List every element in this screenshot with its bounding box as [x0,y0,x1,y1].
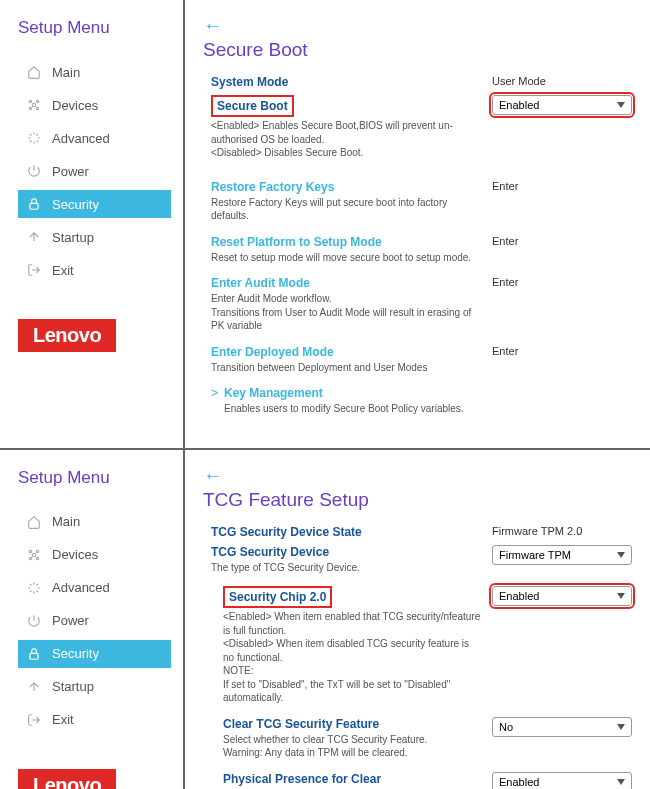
security-chip-desc: <Enabled> When item enabled that TCG sec… [223,610,482,705]
sidebar-item-advanced[interactable]: Advanced [18,124,171,152]
sidebar-item-label: Main [52,65,80,80]
startup-icon [26,229,42,245]
reset-platform-link[interactable]: Reset Platform to Setup Mode [211,235,482,249]
reset-platform-action: Enter [492,235,632,247]
sidebar-title: Setup Menu [18,18,171,38]
physical-presence-select[interactable]: Enabled [492,772,632,790]
exit-icon [26,712,42,728]
svg-point-4 [36,107,38,109]
sidebar-item-power[interactable]: Power [18,607,171,635]
key-management-desc: Enables users to modify Secure Boot Poli… [224,402,464,416]
page-title: Secure Boot [203,39,632,61]
panel-secure-boot: Setup Menu Main Devices Advanced Power S… [0,0,650,450]
sidebar-item-label: Advanced [52,131,110,146]
security-icon [26,646,42,662]
secure-boot-select[interactable]: Enabled [492,95,632,115]
svg-point-6 [32,553,36,557]
devices-icon [26,97,42,113]
security-icon [26,196,42,212]
sidebar-item-main[interactable]: Main [18,58,171,86]
sidebar-item-label: Power [52,613,89,628]
sidebar-item-security[interactable]: Security [18,190,171,218]
deployed-mode-action: Enter [492,345,632,357]
svg-point-8 [36,550,38,552]
sidebar-item-exit[interactable]: Exit [18,706,171,734]
home-icon [26,514,42,530]
panel-tcg: Setup Menu Main Devices Advanced Power S… [0,450,650,790]
brand-logo: Lenovo [18,769,116,790]
sidebar-item-label: Advanced [52,580,110,595]
restore-keys-action: Enter [492,180,632,192]
system-mode-value: User Mode [492,75,632,87]
deployed-mode-link[interactable]: Enter Deployed Mode [211,345,482,359]
sidebar-item-label: Power [52,164,89,179]
advanced-icon [26,580,42,596]
sidebar-item-label: Security [52,646,99,661]
sidebar-item-label: Security [52,197,99,212]
security-chip-select[interactable]: Enabled [492,586,632,606]
sidebar-item-devices[interactable]: Devices [18,91,171,119]
sidebar-item-power[interactable]: Power [18,157,171,185]
restore-keys-desc: Restore Factory Keys will put secure boo… [211,196,482,223]
sidebar: Setup Menu Main Devices Advanced Power S… [0,450,185,790]
svg-point-0 [32,103,36,107]
main-tcg: ← TCG Feature Setup TCG Security Device … [185,450,650,790]
exit-icon [26,262,42,278]
clear-feature-label: Clear TCG Security Feature [223,717,482,731]
sidebar-item-label: Main [52,514,80,529]
restore-keys-link[interactable]: Restore Factory Keys [211,180,482,194]
svg-point-2 [36,100,38,102]
security-device-select[interactable]: Firmware TPM [492,545,632,565]
back-arrow-icon[interactable]: ← [203,14,223,37]
clear-feature-select[interactable]: No [492,717,632,737]
audit-mode-link[interactable]: Enter Audit Mode [211,276,482,290]
sidebar: Setup Menu Main Devices Advanced Power S… [0,0,185,448]
power-icon [26,613,42,629]
svg-point-10 [36,557,38,559]
audit-mode-action: Enter [492,276,632,288]
device-state-value: Firmware TPM 2.0 [492,525,632,537]
brand-logo: Lenovo [18,319,116,352]
physical-presence-label: Physical Presence for Clear [223,772,482,786]
chevron-right-icon: > [211,386,218,424]
reset-platform-desc: Reset to setup mode will move secure boo… [211,251,482,265]
security-chip-label: Security Chip 2.0 [223,586,332,608]
system-mode-label: System Mode [211,75,482,89]
secure-boot-desc: <Enabled> Enables Secure Boot,BIOS will … [211,119,482,160]
svg-rect-11 [30,653,38,659]
sidebar-item-label: Exit [52,712,74,727]
main-secure-boot: ← Secure Boot System Mode User Mode Secu… [185,0,650,448]
home-icon [26,64,42,80]
security-device-label: TCG Security Device [211,545,482,559]
secure-boot-label: Secure Boot [211,95,294,117]
sidebar-item-startup[interactable]: Startup [18,673,171,701]
deployed-mode-desc: Transition between Deployment and User M… [211,361,482,375]
back-arrow-icon[interactable]: ← [203,464,223,487]
sidebar-item-devices[interactable]: Devices [18,541,171,569]
svg-point-1 [29,100,31,102]
power-icon [26,163,42,179]
svg-point-7 [29,550,31,552]
device-state-label: TCG Security Device State [211,525,482,539]
clear-feature-desc: Select whether to clear TCG Security Fea… [223,733,482,760]
sidebar-item-exit[interactable]: Exit [18,256,171,284]
svg-rect-5 [30,203,38,209]
sidebar-item-label: Startup [52,230,94,245]
svg-point-3 [29,107,31,109]
svg-point-9 [29,557,31,559]
devices-icon [26,547,42,563]
sidebar-item-label: Startup [52,679,94,694]
audit-mode-desc: Enter Audit Mode workflow. Transitions f… [211,292,482,333]
key-management-link[interactable]: Key Management [224,386,464,400]
startup-icon [26,679,42,695]
security-device-desc: The type of TCG Security Device. [211,561,482,575]
sidebar-item-main[interactable]: Main [18,508,171,536]
sidebar-item-label: Exit [52,263,74,278]
sidebar-item-security[interactable]: Security [18,640,171,668]
page-title: TCG Feature Setup [203,489,632,511]
sidebar-item-label: Devices [52,98,98,113]
sidebar-item-advanced[interactable]: Advanced [18,574,171,602]
sidebar-title: Setup Menu [18,468,171,488]
sidebar-item-label: Devices [52,547,98,562]
sidebar-item-startup[interactable]: Startup [18,223,171,251]
